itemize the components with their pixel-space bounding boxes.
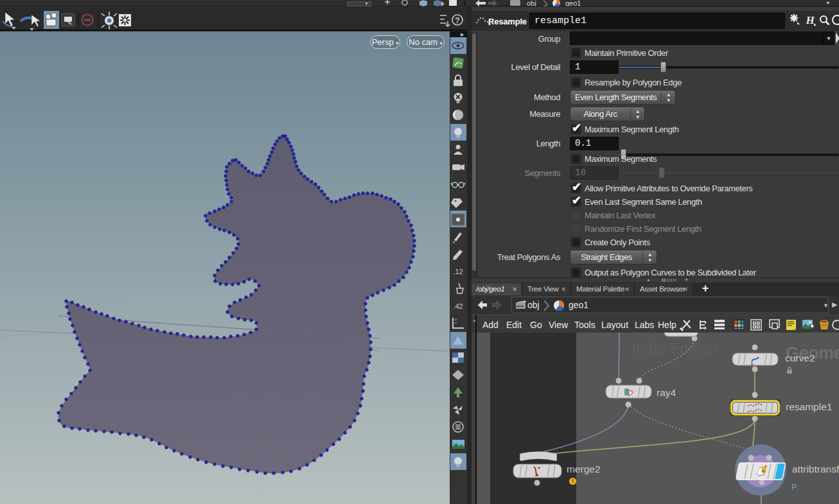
svg-text:H: H [805, 14, 815, 26]
svg-text:obj: obj [527, 0, 536, 6]
svg-text:.42: .42 [453, 302, 463, 310]
svg-text:?: ? [455, 16, 459, 25]
svg-text:.12: .12 [453, 268, 463, 275]
svg-text:geo1: geo1 [565, 0, 581, 6]
